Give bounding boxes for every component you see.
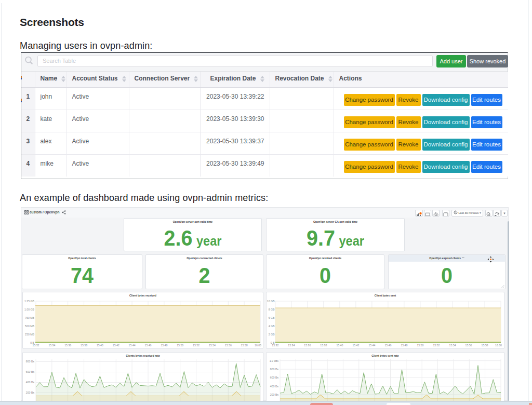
- svg-text:8 GB: 8 GB: [269, 308, 275, 311]
- svg-text:15:50: 15:50: [417, 344, 423, 347]
- svg-text:15:34: 15:34: [288, 344, 295, 347]
- svg-text:6 GB: 6 GB: [269, 316, 275, 319]
- svg-text:15:54: 15:54: [209, 344, 216, 347]
- svg-text:200 Bs: 200 Bs: [26, 391, 35, 394]
- svg-text:15:52: 15:52: [433, 344, 440, 347]
- svg-text:600 Bs: 600 Bs: [270, 376, 279, 379]
- svg-text:15:36: 15:36: [304, 344, 311, 347]
- svg-text:400 Bs: 400 Bs: [270, 385, 279, 388]
- svg-text:400 Bs: 400 Bs: [26, 381, 35, 384]
- svg-text:15:44: 15:44: [129, 344, 136, 347]
- svg-text:200 Bs: 200 Bs: [270, 393, 279, 396]
- svg-text:15:44: 15:44: [368, 344, 375, 347]
- svg-text:15:32: 15:32: [33, 344, 39, 347]
- svg-text:600 Bs: 600 Bs: [26, 370, 35, 373]
- svg-text:1.00 GB: 1.00 GB: [24, 308, 35, 311]
- svg-text:16:00: 16:00: [495, 344, 502, 347]
- svg-text:1.25 GB: 1.25 GB: [24, 300, 35, 303]
- svg-text:15:58: 15:58: [241, 344, 248, 347]
- svg-text:1.0 kBs: 1.0 kBs: [270, 359, 279, 362]
- svg-text:15:58: 15:58: [482, 344, 488, 347]
- svg-text:750 MB: 750 MB: [25, 316, 34, 319]
- svg-text:15:40: 15:40: [97, 344, 103, 347]
- svg-text:15:46: 15:46: [145, 344, 152, 347]
- svg-text:15:54: 15:54: [449, 344, 456, 347]
- svg-text:15:52: 15:52: [193, 344, 200, 347]
- svg-text:15:56: 15:56: [225, 344, 232, 347]
- svg-text:15:40: 15:40: [336, 344, 343, 347]
- svg-text:800 Bs: 800 Bs: [26, 360, 35, 363]
- svg-text:15:48: 15:48: [401, 344, 407, 347]
- svg-text:15:50: 15:50: [177, 344, 183, 347]
- svg-text:15:34: 15:34: [48, 344, 55, 347]
- svg-text:15:46: 15:46: [384, 344, 391, 347]
- svg-text:15:36: 15:36: [64, 344, 71, 347]
- svg-text:15:56: 15:56: [466, 344, 472, 347]
- svg-text:800 Bs: 800 Bs: [270, 368, 279, 371]
- svg-text:15:32: 15:32: [272, 344, 278, 347]
- svg-text:500 MB: 500 MB: [25, 325, 34, 328]
- svg-text:15:48: 15:48: [161, 344, 167, 347]
- svg-text:10 GB: 10 GB: [267, 300, 275, 303]
- svg-text:16:00: 16:00: [255, 344, 261, 347]
- svg-text:250 MB: 250 MB: [25, 333, 34, 336]
- svg-text:15:42: 15:42: [113, 344, 119, 347]
- svg-text:15:42: 15:42: [352, 344, 359, 347]
- svg-text:2 GB: 2 GB: [269, 333, 275, 336]
- svg-text:4 GB: 4 GB: [269, 325, 275, 328]
- svg-text:15:38: 15:38: [320, 344, 327, 347]
- svg-text:15:38: 15:38: [81, 344, 87, 347]
